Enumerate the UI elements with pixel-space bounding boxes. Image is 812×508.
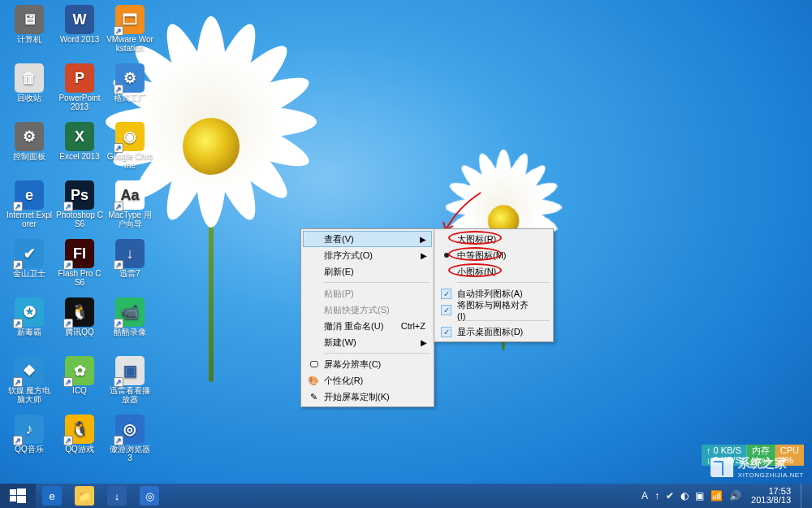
menu-item[interactable]: 小图标(N) [436,263,551,280]
desktop-icon[interactable]: 🗑回收站 [5,62,54,119]
menu-item-label: 个性化(R) [324,375,363,387]
menu-item[interactable]: 🎨个性化(R) [303,372,432,389]
menu-item-label: 将图标与网格对齐(I) [457,299,537,321]
desktop-icon[interactable]: Fl↗Flash Pro CS6 [55,237,104,294]
desktop-icon-label: 格式工厂 [114,93,146,102]
desktop-icon-label: Photoshop CS6 [56,211,103,228]
submenu-arrow-icon: ▶ [421,251,427,260]
menu-item-label: 粘贴(P) [324,288,354,300]
mem-label: 内存 [752,445,770,457]
tray-icon[interactable]: 🔊 [729,490,741,501]
svg-rect-2 [10,496,16,501]
menu-item-label: 屏幕分辨率(C) [324,358,381,371]
menu-item-label: 大图标(R) [457,233,496,245]
menu-item[interactable]: ✎开始屏幕定制(K) [303,389,432,405]
desktop-icon-label: 傲游浏览器 3 [106,445,153,462]
check-icon: ✓ [441,327,451,337]
menu-item-label: 刷新(E) [324,266,354,278]
desktop-icon-label: Excel 2013 [59,152,99,161]
desktop-context-menu: 查看(V)▶排序方式(O)▶刷新(E)粘贴(P)粘贴快捷方式(S)撤消 重命名(… [300,228,434,407]
tray-icon[interactable]: 📶 [710,490,723,501]
menu-item-label: 自动排列图标(A) [457,288,523,300]
menu-item[interactable]: 中等图标(M) [436,247,551,263]
net-up: ↑ 0 KB/S [706,445,741,455]
taskbar-button-ie[interactable]: e [36,484,68,508]
menu-item-label: 中等图标(M) [457,250,507,262]
taskbar-button-explorer[interactable]: 📁 [68,484,101,508]
desktop-icon[interactable]: ❖↗软媒 魔方电脑大师 [5,354,54,411]
desktop-icon[interactable]: ↓↗迅雷7 [106,237,154,294]
watermark: 系统之家XITONGZHIJIA.NET [710,456,804,479]
tray-icon[interactable]: ✔ [666,490,674,501]
desktop-icon-label: PowerPoint 2013 [56,93,103,111]
desktop-icon[interactable]: ▣↗迅雷看看播放器 [106,354,154,411]
taskbar-clock[interactable]: 17:532013/8/13 [748,487,794,505]
desktop-icon[interactable]: WWord 2013 [55,3,104,60]
menu-item-label: 排序方式(O) [324,250,373,262]
menu-item-label: 查看(V) [324,233,354,245]
desktop-icon[interactable]: ⚙↗格式工厂 [106,62,154,119]
taskbar-button-maxthon[interactable]: ◎ [133,484,166,508]
desktop-icon[interactable]: XExcel 2013 [55,120,104,177]
menu-item[interactable]: 🖵屏幕分辨率(C) [303,356,432,372]
desktop-icon[interactable]: Ps↗Photoshop CS6 [55,179,104,236]
menu-item[interactable]: 新建(W)▶ [303,334,432,350]
desktop-icon-grid: 🖥计算机WWord 2013🗔↗VMware Workstation🗑回收站PP… [0,0,159,473]
desktop[interactable]: 🖥计算机WWord 2013🗔↗VMware Workstation🗑回收站PP… [0,0,812,508]
desktop-icon[interactable]: PPowerPoint 2013 [55,62,104,119]
menu-item[interactable]: 查看(V)▶ [303,231,432,247]
check-icon: ✓ [441,289,451,299]
desktop-icon[interactable]: ✪↗新毒霸 [5,296,54,353]
desktop-icon[interactable]: ♪↗QQ音乐 [5,413,54,470]
tray-icon[interactable]: ▣ [695,490,704,501]
desktop-icon-label: MacType 用户向导 [106,211,153,228]
menu-item-label: 开始屏幕定制(K) [324,391,390,403]
menu-item[interactable]: 排序方式(O)▶ [303,247,432,263]
menu-item: 粘贴快捷方式(S) [303,302,432,318]
taskbar-button-xunlei[interactable]: ↓ [101,484,133,508]
desktop-icon-label: 软媒 魔方电脑大师 [6,386,53,404]
desktop-icon[interactable]: ⚙控制面板 [5,120,54,177]
desktop-icon-label: Google Chrome [106,152,153,170]
menu-item-label: 粘贴快捷方式(S) [324,304,390,316]
desktop-icon[interactable]: 🐧↗腾讯QQ [55,296,104,353]
desktop-icon-label: 控制面板 [13,152,45,161]
desktop-icon-label: 金山卫士 [13,269,45,278]
desktop-icon[interactable]: e↗Internet Explorer [5,179,54,236]
submenu-arrow-icon: ▶ [420,235,426,244]
desktop-icon[interactable]: ◉↗Google Chrome [106,120,154,177]
desktop-icon-label: ICQ [72,386,87,395]
radio-dot-icon [444,253,449,258]
menu-item-label: 新建(W) [324,336,356,349]
menu-item: 粘贴(P) [303,285,432,302]
menu-item[interactable]: 撤消 重命名(U)Ctrl+Z [303,318,432,334]
menu-item[interactable]: 刷新(E) [303,263,432,280]
desktop-icon[interactable]: Aa↗MacType 用户向导 [106,179,154,236]
menu-item[interactable]: ✓显示桌面图标(D) [436,323,551,340]
show-desktop-button[interactable] [801,484,806,508]
svg-rect-1 [17,488,26,495]
desktop-icon[interactable]: ✔↗金山卫士 [5,237,54,294]
svg-rect-3 [17,496,26,503]
desktop-icon-label: QQ游戏 [65,445,94,454]
cpu-label: CPU [780,445,799,455]
desktop-icon[interactable]: 📹↗酷酷录像 [106,296,154,353]
menu-item[interactable]: 大图标(R) [436,231,551,247]
taskbar: e📁↓◎ A↑✔◐▣📶🔊17:532013/8/13 [0,484,812,508]
tray-icon[interactable]: A [641,490,648,501]
desktop-icon[interactable]: ◎↗傲游浏览器 3 [106,413,154,470]
desktop-icon[interactable]: 🗔↗VMware Workstation [106,3,154,60]
desktop-icon[interactable]: ✿↗ICQ [55,354,104,411]
desktop-icon-label: 迅雷7 [119,269,140,278]
start-button[interactable] [0,484,36,508]
desktop-icon[interactable]: 🐧↗QQ游戏 [55,413,104,470]
tray-icon[interactable]: ↑ [654,490,659,501]
menu-item-label: 显示桌面图标(D) [457,326,523,338]
menu-item[interactable]: ✓将图标与网格对齐(I) [436,302,551,318]
desktop-icon-label: Word 2013 [60,35,100,44]
desktop-icon[interactable]: 🖥计算机 [5,3,54,60]
tray-icon[interactable]: ◐ [680,490,689,501]
menu-item-label: 小图标(N) [457,266,496,278]
desktop-icon-label: 回收站 [17,93,41,102]
menu-item-icon: ✎ [308,391,319,402]
